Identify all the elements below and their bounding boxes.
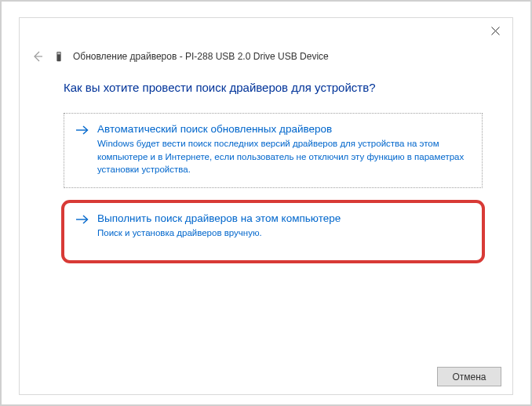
option-auto-title: Автоматический поиск обновленных драйвер… bbox=[97, 123, 469, 135]
titlebar bbox=[20, 18, 512, 43]
option-manual-content: Выполнить поиск драйверов на этом компью… bbox=[97, 212, 469, 240]
back-button[interactable] bbox=[31, 49, 45, 63]
header-title: Обновление драйверов - PI-288 USB 2.0 Dr… bbox=[73, 51, 329, 62]
svg-rect-4 bbox=[57, 53, 60, 55]
screenshot-frame: Обновление драйверов - PI-288 USB 2.0 Dr… bbox=[0, 0, 532, 406]
dialog-window: Обновление драйверов - PI-288 USB 2.0 Dr… bbox=[19, 17, 513, 395]
header-row: Обновление драйверов - PI-288 USB 2.0 Dr… bbox=[20, 43, 512, 67]
option-auto-desc: Windows будет вести поиск последних верс… bbox=[97, 137, 469, 176]
header-device-name: PI-288 USB 2.0 Drive USB Device bbox=[185, 51, 329, 62]
option-manual-search[interactable]: Выполнить поиск драйверов на этом компью… bbox=[64, 202, 483, 261]
cancel-button[interactable]: Отмена bbox=[437, 367, 501, 386]
device-icon bbox=[53, 50, 65, 63]
back-arrow-icon bbox=[31, 50, 44, 63]
header-prefix: Обновление драйверов bbox=[73, 51, 177, 62]
arrow-right-icon bbox=[75, 125, 89, 176]
close-icon bbox=[491, 27, 500, 35]
content-area: Как вы хотите провести поиск драйверов д… bbox=[20, 67, 512, 359]
footer: Отмена bbox=[20, 359, 512, 394]
option-manual-title: Выполнить поиск драйверов на этом компью… bbox=[97, 212, 469, 224]
close-button[interactable] bbox=[479, 20, 511, 42]
arrow-right-icon bbox=[75, 214, 89, 240]
question-heading: Как вы хотите провести поиск драйверов д… bbox=[64, 81, 483, 94]
option-auto-search[interactable]: Автоматический поиск обновленных драйвер… bbox=[64, 113, 483, 188]
option-auto-content: Автоматический поиск обновленных драйвер… bbox=[97, 123, 469, 176]
option-manual-desc: Поиск и установка драйверов вручную. bbox=[97, 227, 469, 240]
